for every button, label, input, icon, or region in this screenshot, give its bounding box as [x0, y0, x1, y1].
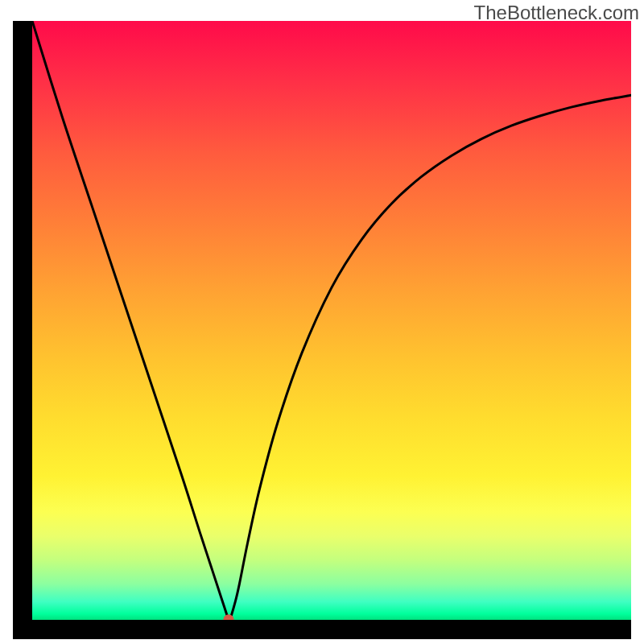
bottleneck-curve: [32, 21, 631, 620]
curve-layer: [32, 21, 631, 620]
plot-border: [13, 21, 631, 639]
watermark-text: TheBottleneck.com: [474, 2, 639, 24]
chart-outer: TheBottleneck.com: [0, 0, 644, 644]
plot-gradient-area: [32, 21, 631, 620]
